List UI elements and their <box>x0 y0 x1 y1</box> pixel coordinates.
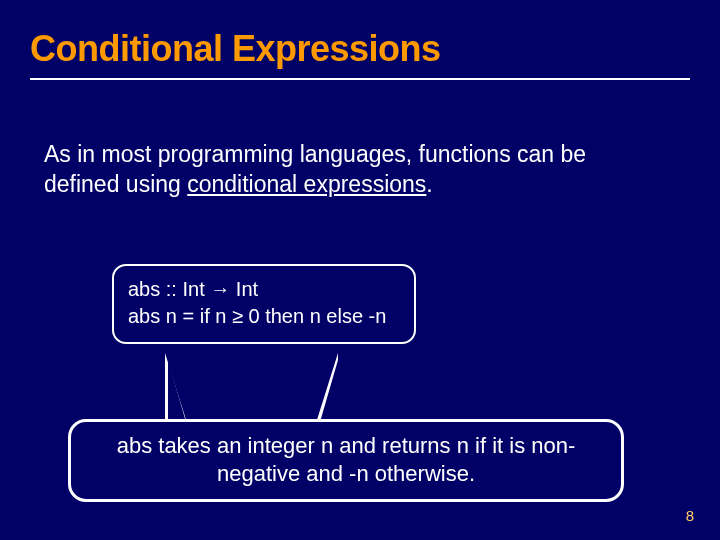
intro-underlined: conditional expressions <box>187 171 426 197</box>
page-number: 8 <box>686 507 694 524</box>
callout-box: abs takes an integer n and returns n if … <box>68 419 624 502</box>
intro-text-2: . <box>426 171 432 197</box>
code-box: abs :: Int → Int abs n = if n ≥ 0 then n… <box>112 264 416 344</box>
slide-title: Conditional Expressions <box>30 28 441 70</box>
title-underline <box>30 78 690 80</box>
callout-pointer-icon <box>168 360 186 422</box>
callout-pointer-icon <box>320 360 338 422</box>
callout-text: abs takes an integer n and returns n if … <box>117 433 576 486</box>
code-line-1: abs :: Int → Int <box>128 276 400 303</box>
intro-paragraph: As in most programming languages, functi… <box>44 140 654 200</box>
code-line-2: abs n = if n ≥ 0 then n else -n <box>128 303 400 330</box>
